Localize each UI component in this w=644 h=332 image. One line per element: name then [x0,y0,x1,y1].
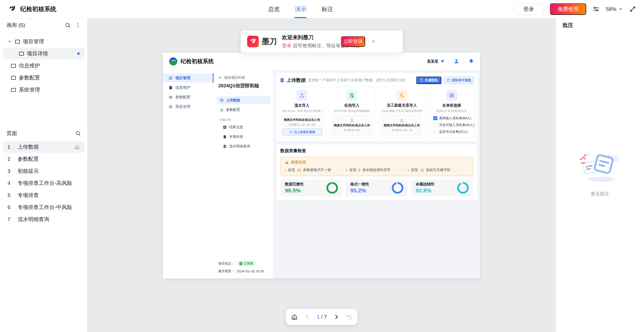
user-icon[interactable] [454,59,459,64]
fullscreen-icon[interactable] [629,6,636,12]
flow-dropzone[interactable]: 拖拽文件到此处或点击上传 支持格式: xlsx, xls, pdf [282,115,322,127]
tree-item-project-detail[interactable]: 项目详情 [3,48,84,59]
checkbox-icon[interactable] [433,130,437,134]
mockup-body: 项目管理 信息维护 参数配置 系统管理 [163,70,480,278]
settings-sliders-icon[interactable] [593,6,599,12]
checkbox-icon[interactable] [433,123,437,127]
tab-present-label: 演示 [295,6,306,12]
bell-icon[interactable] [468,59,474,64]
quality-title: 数据质量检查 [280,148,473,154]
free-use-button[interactable]: 免费使用 [550,3,586,15]
tab-present[interactable]: 演示 [294,3,307,16]
family-dropzone[interactable]: 拖拽文件到此处或点击上传 支持格式: xlsx, xls [382,115,422,135]
checkbox-label: 监管关注名单(32人) [439,130,468,134]
button-label: 拉取本行信息 [452,78,471,82]
nav-label: 参数配置 [175,95,190,100]
nav-item-system-manage[interactable]: 系统管理 [163,102,213,111]
check-result-box: 检查结果 发现 23 条数据格式不一致 发现 [280,157,473,176]
card-desc: 选择中介库管理内的名单 [437,109,467,113]
back-label: 返回项目列表 [224,75,245,80]
close-icon[interactable]: × [372,38,375,45]
checkbox-regulator-watch[interactable]: 监管关注名单(32人) [433,130,472,134]
tab-annotate[interactable]: 标注 [321,3,333,16]
empty-annotations-illustration [576,147,624,184]
search-icon[interactable] [75,131,81,136]
uploaded-flow-query-button[interactable]: 已上传流水查询 [282,129,322,135]
pull-bank-info-button[interactable]: 拉取本行信息 [444,76,474,84]
page-row-3[interactable]: 3 初核提示 [3,165,84,177]
prototype-screen: 纪检初核系统 某某某 项目管理 [163,53,480,278]
gear-icon [168,105,173,109]
prev-page-icon[interactable] [304,314,310,320]
status-badge: 已完成 [237,261,255,266]
checkbox-history-suspect[interactable]: 历史可疑人员名单(45人) [433,123,472,127]
menu-item-upload-data[interactable]: 上传数据 [217,96,270,104]
tree-item-info-maintain[interactable]: 信息维护 [3,60,84,71]
presentation-pager: 1 / 7 [286,309,357,325]
nav-item-project-management[interactable]: 项目管理 [163,73,213,82]
empty-annotations-text: 暂无批注 [591,191,609,197]
user-menu[interactable]: 某某某 [427,59,444,64]
dropzone-hint: 支持格式: html [343,129,360,132]
card-family-import: 员工家庭关系导入 Excel 模板上传员工家庭关系信息 拖拽文件到此处或点击上传… [378,87,425,138]
next-page-icon[interactable] [333,314,339,320]
checkbox-high-risk[interactable]: 高风险人员名单(68人) [433,116,472,120]
home-icon[interactable] [291,314,298,320]
check-result-label: 检查结果 [291,160,306,165]
login-button[interactable]: 登录 [514,3,543,15]
upload-icon [300,115,304,117]
nav-item-info-maintain[interactable]: 信息维护 [163,83,213,92]
menu-item-result-overview[interactable]: 结果总览 [217,123,270,131]
tree-item-label: 信息维护 [19,62,40,69]
name-list-options: 高风险人员名单(68人) 历史可疑人员名单(45人) 监管关注名单(32人) [432,116,472,134]
document-list-icon [223,135,227,139]
nav-item-param-config[interactable]: 参数配置 [163,93,213,102]
menu-item-flow-detail[interactable]: 流水明细查询 [217,142,270,150]
generate-report-button[interactable]: 生成报告 [416,76,441,84]
metric-value: 95.2% [350,187,369,194]
card-title: 征信导入 [344,103,359,108]
tree-item-project-management[interactable]: 项目管理 [3,36,84,47]
issue-item: 发现 5 条余额连续性异常 [346,168,407,172]
check-circle-icon [239,262,243,265]
tree-item-param-config[interactable]: 参数配置 [3,72,84,84]
metric-label: 格式一致性 [350,182,369,187]
zoom-control[interactable]: 58% [606,6,623,12]
page-subtitle: 支持在一个项目中上传多个主体/账户数据，进行汇总/独立分析 [308,78,416,82]
chevron-down-icon [618,7,623,11]
page-row-7[interactable]: 7 流水明细查询 [3,214,84,225]
chevron-down-icon[interactable] [8,39,12,44]
nav-label: 系统管理 [175,104,190,109]
replay-icon[interactable] [346,314,352,320]
issue-item: 发现 23 条数据格式不一致 [285,168,346,172]
menu-item-param-config[interactable]: 参数配置 [217,106,270,114]
checkbox-checked-icon[interactable] [433,116,437,120]
banner-title: 欢迎来到墨刀 [282,34,341,41]
search-icon[interactable] [65,22,71,28]
document-search-icon [223,144,227,148]
button-label: 生成报告 [425,78,438,82]
menu-item-special-check[interactable]: 专项排查 [217,133,270,141]
credit-dropzone[interactable]: 拖拽文件到此处或点击上传 支持格式: html [332,115,372,135]
menu-label: 流水明细查询 [229,144,250,149]
tab-overview[interactable]: 总览 [268,3,280,16]
quality-metrics: 数据完整性 98.5% 格式一致性 95.2% [280,180,473,196]
document-upload-icon [346,90,357,101]
sliders-icon [168,95,173,99]
more-kebab-icon[interactable] [75,22,81,28]
user-name: 某某某 [427,59,438,64]
login-link[interactable]: 登录 [282,43,291,48]
back-to-projects-link[interactable]: 返回项目列表 [218,75,269,80]
mockingbot-badge-icon [247,36,259,47]
page-row-2[interactable]: 2 参数配置 [3,153,84,165]
login-now-button[interactable]: 立即登录 [341,36,365,47]
divider [464,58,464,65]
page-row-1[interactable]: 1 上传数据 [3,141,84,153]
page-row-4[interactable]: 4 专项排查工作台-高风险 [3,177,84,189]
tree-item-system-manage[interactable]: 系统管理 [3,84,84,96]
page-row-6[interactable]: 6 专项排查工作台-中风险 [3,201,84,213]
page-row-5[interactable]: 5 专项排查 [3,189,84,201]
metric-label: 余额连续性 [416,182,435,187]
pages-title: 页面 [7,130,75,137]
page-separator: / [321,314,323,320]
